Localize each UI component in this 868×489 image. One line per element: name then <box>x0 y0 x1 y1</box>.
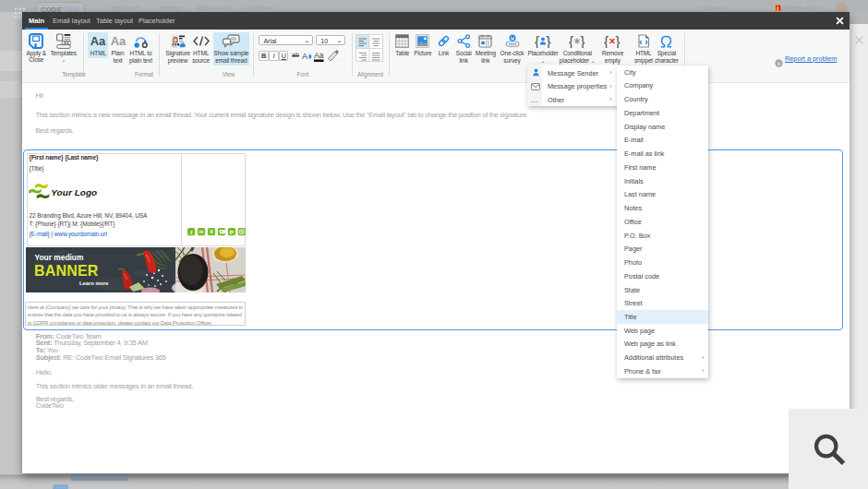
svg-text:{: { <box>604 34 609 48</box>
svg-text:Your medium: Your medium <box>34 253 83 262</box>
svg-text:Aa: Aa <box>314 51 324 60</box>
svg-text:A: A <box>302 52 307 61</box>
svg-text:i: i <box>778 59 780 66</box>
svg-text:in: in <box>199 229 203 234</box>
svg-text:P: P <box>230 229 234 235</box>
svg-text:}: } <box>547 34 551 48</box>
svg-text:Learn more: Learn more <box>79 280 109 286</box>
svg-text:{: { <box>569 34 573 48</box>
svg-text:}: } <box>581 34 585 48</box>
svg-text:X: X <box>211 229 214 234</box>
svg-text:{: { <box>535 34 539 48</box>
svg-text:BANNER: BANNER <box>34 262 99 280</box>
svg-text:Your Logo: Your Logo <box>51 187 97 197</box>
